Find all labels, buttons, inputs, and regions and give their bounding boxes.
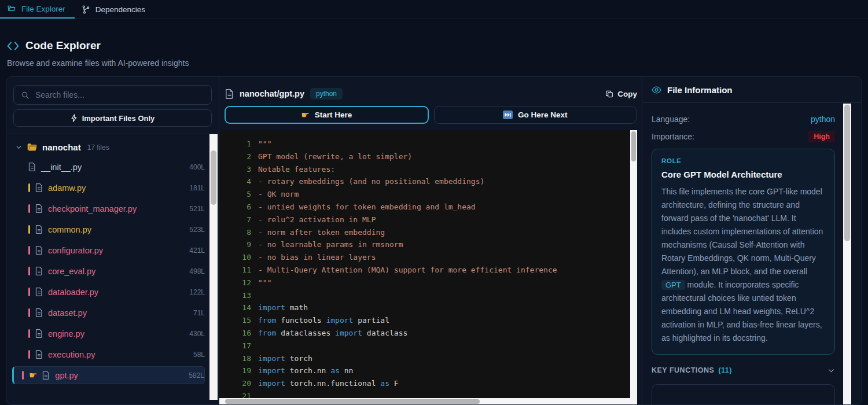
file-row[interactable]: dataloader.py122L bbox=[13, 283, 205, 301]
file-line-count: 498L bbox=[189, 267, 205, 275]
code-brackets-icon bbox=[7, 41, 19, 51]
sidebar-scrollbar-thumb[interactable] bbox=[211, 150, 216, 205]
language-value: python bbox=[811, 115, 835, 124]
code-lines: 1"""2GPT model (rewrite, a lot simpler)3… bbox=[219, 130, 637, 403]
key-functions-toggle[interactable]: KEY FUNCTIONS (11) bbox=[652, 366, 835, 374]
file-icon bbox=[35, 246, 43, 255]
line-number: 16 bbox=[219, 327, 251, 340]
page-title: Code Explorer bbox=[7, 39, 189, 52]
code-line: 1""" bbox=[219, 138, 637, 150]
code-line-content: """ bbox=[258, 277, 271, 289]
line-number: 19 bbox=[219, 365, 251, 377]
file-name: gpt.py bbox=[55, 371, 78, 380]
importance-bar bbox=[28, 329, 30, 338]
folder-open-icon bbox=[7, 4, 16, 13]
file-information-title: File Information bbox=[667, 85, 733, 95]
copy-button[interactable]: Copy bbox=[605, 90, 637, 98]
code-explorer-app: File Explorer Dependencies Code Explorer… bbox=[0, 0, 868, 405]
code-line-content: - relu^2 activation in MLP bbox=[258, 213, 376, 226]
file-name: dataset.py bbox=[48, 308, 87, 318]
role-label: ROLE bbox=[661, 157, 825, 164]
file-row[interactable]: ☛gpt.py582L bbox=[12, 366, 205, 384]
file-name: core_eval.py bbox=[48, 267, 95, 276]
file-list: __init__.py400Ladamw.py181Lcheckpoint_ma… bbox=[6, 158, 219, 384]
file-line-count: 58L bbox=[193, 351, 205, 359]
go-here-next-button[interactable]: Go Here Next bbox=[434, 106, 637, 124]
file-icon bbox=[35, 225, 43, 234]
code-horizontal-scrollbar-track bbox=[219, 398, 630, 405]
eye-icon bbox=[652, 86, 661, 94]
code-vertical-scrollbar-thumb[interactable] bbox=[631, 131, 636, 161]
file-icon bbox=[35, 308, 43, 317]
file-tree-sidebar: Important Files Only nanochat 17 files _… bbox=[6, 77, 219, 404]
folder-file-count: 17 files bbox=[87, 143, 109, 152]
important-files-only-button[interactable]: Important Files Only bbox=[13, 109, 212, 127]
file-line-count: 523L bbox=[189, 226, 205, 234]
file-name: common.py bbox=[48, 225, 91, 234]
copy-label: Copy bbox=[617, 90, 637, 98]
file-line-count: 400L bbox=[189, 163, 205, 171]
file-row[interactable]: core_eval.py498L bbox=[13, 262, 205, 280]
importance-bar bbox=[28, 350, 30, 359]
file-row[interactable]: engine.py430L bbox=[13, 325, 205, 343]
code-line: 14import math bbox=[219, 301, 637, 314]
importance-bar bbox=[22, 371, 24, 380]
line-number: 9 bbox=[219, 238, 251, 251]
sidebar-controls: Important Files Only bbox=[6, 77, 219, 134]
tab-file-explorer[interactable]: File Explorer bbox=[0, 0, 75, 19]
scrollbar-corner bbox=[630, 398, 637, 405]
code-line: 15from functools import partial bbox=[219, 314, 637, 327]
file-tree: nanochat 17 files __init__.py400Ladamw.p… bbox=[6, 134, 219, 404]
copy-icon bbox=[605, 90, 613, 98]
language-label: Language: bbox=[652, 115, 690, 124]
tab-dependencies[interactable]: Dependencies bbox=[75, 0, 155, 19]
file-row[interactable]: __init__.py400L bbox=[13, 158, 205, 176]
search-input[interactable] bbox=[35, 90, 204, 100]
line-number: 11 bbox=[219, 264, 251, 277]
file-row[interactable]: adamw.py181L bbox=[13, 179, 205, 197]
code-line-content: - rotary embeddings (and no positional e… bbox=[258, 175, 484, 188]
file-icon bbox=[28, 163, 36, 171]
git-branch-icon bbox=[82, 5, 90, 14]
file-line-count: 521L bbox=[189, 205, 205, 213]
file-row[interactable]: dataset.py71L bbox=[13, 304, 205, 322]
file-line-count: 421L bbox=[189, 246, 205, 255]
start-here-label: Start Here bbox=[315, 111, 352, 119]
file-icon bbox=[35, 267, 43, 275]
line-number: 3 bbox=[219, 163, 251, 176]
code-line-content: Notable features: bbox=[258, 163, 335, 176]
file-row[interactable]: execution.py58L bbox=[13, 345, 205, 363]
role-card: ROLE Core GPT Model Architecture This fi… bbox=[652, 149, 835, 355]
code-line-content: - norm after token embedding bbox=[258, 226, 385, 239]
code-line: 16from dataclasses import dataclass bbox=[219, 327, 637, 340]
code-line-content: from functools import partial bbox=[258, 314, 389, 327]
top-tab-bar: File Explorer Dependencies bbox=[0, 0, 868, 19]
code-line-content: - QK norm bbox=[258, 188, 299, 201]
code-horizontal-scrollbar-thumb[interactable] bbox=[225, 399, 480, 404]
file-icon bbox=[35, 183, 43, 192]
info-scrollbar-thumb[interactable] bbox=[844, 105, 850, 241]
code-line: 3Notable features: bbox=[219, 163, 637, 176]
role-title: Core GPT Model Architecture bbox=[661, 170, 825, 179]
line-number: 2 bbox=[219, 150, 251, 163]
file-name: adamw.py bbox=[48, 183, 86, 193]
page-head: Code Explorer Browse and examine files w… bbox=[7, 39, 189, 68]
file-row[interactable]: common.py523L bbox=[13, 220, 205, 238]
folder-row-nanochat[interactable]: nanochat 17 files bbox=[6, 141, 219, 158]
importance-bar bbox=[28, 204, 30, 213]
file-row[interactable]: checkpoint_manager.py521L bbox=[13, 200, 205, 218]
file-row[interactable]: configurator.py421L bbox=[13, 241, 205, 259]
code-viewer[interactable]: 1"""2GPT model (rewrite, a lot simpler)3… bbox=[219, 130, 637, 405]
tab-file-explorer-label: File Explorer bbox=[21, 5, 65, 13]
start-here-button[interactable]: ☛ Start Here bbox=[225, 106, 429, 124]
page-subtitle: Browse and examine files with AI-powered… bbox=[7, 58, 189, 68]
line-number: 1 bbox=[219, 138, 251, 150]
line-number: 17 bbox=[219, 340, 251, 352]
code-line-content: - Multi-Query Attention (MQA) support fo… bbox=[258, 264, 557, 277]
code-line-content: - no learnable params in rmsnorm bbox=[258, 238, 403, 251]
file-icon bbox=[35, 350, 43, 359]
file-information-panel: File Information Language: python Import… bbox=[642, 77, 862, 404]
file-name: __init__.py bbox=[41, 163, 82, 172]
code-line: 17 bbox=[219, 340, 637, 352]
code-header: nanochat/gpt.py python Copy bbox=[225, 84, 637, 103]
